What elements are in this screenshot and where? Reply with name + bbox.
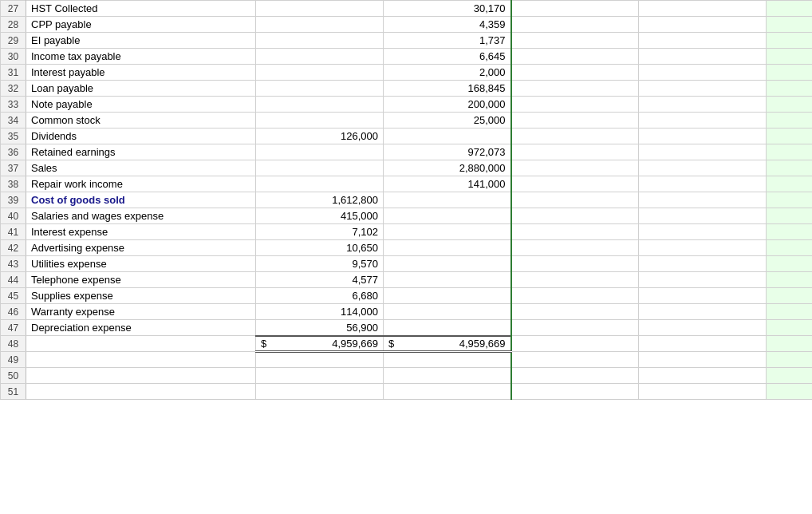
col-d-value — [511, 81, 639, 97]
account-label: Cost of goods sold — [26, 192, 256, 208]
account-label: Loan payable — [26, 81, 256, 97]
col-d-value — [511, 304, 639, 320]
col-e-value — [639, 81, 767, 97]
col-e-value — [639, 208, 767, 224]
credit-value: 168,845 — [384, 81, 511, 97]
debit-value: $4,959,669 — [256, 336, 384, 352]
col-d-value — [511, 192, 639, 208]
col-e-value — [639, 1, 767, 17]
col-f-empty — [767, 208, 813, 224]
col-e-value — [639, 17, 767, 33]
col-d-value — [511, 384, 639, 400]
credit-value: 30,170 — [384, 1, 511, 17]
col-d-value — [511, 33, 639, 49]
col-e-value — [639, 320, 767, 336]
account-label: Retained earnings — [26, 144, 256, 160]
credit-value — [384, 352, 511, 368]
debit-value: 114,000 — [256, 304, 384, 320]
col-f-empty — [767, 384, 813, 400]
col-e-value — [639, 384, 767, 400]
col-d-value — [511, 320, 639, 336]
col-f-empty — [767, 288, 813, 304]
credit-value: 141,000 — [384, 176, 511, 192]
account-label: HST Collected — [26, 1, 256, 17]
row-number: 36 — [1, 144, 26, 160]
credit-value — [384, 384, 511, 400]
credit-value: 972,073 — [384, 144, 511, 160]
account-label: Depreciation expense — [26, 320, 256, 336]
debit-value — [256, 160, 384, 176]
col-f-empty — [767, 272, 813, 288]
col-f-empty — [767, 33, 813, 49]
col-e-value — [639, 49, 767, 65]
account-label: Interest payable — [26, 65, 256, 81]
spreadsheet: 27HST Collected30,17028CPP payable4,3592… — [0, 0, 812, 514]
col-f-empty — [767, 336, 813, 352]
debit-value: 415,000 — [256, 208, 384, 224]
row-number: 48 — [1, 336, 26, 352]
row-number: 44 — [1, 272, 26, 288]
col-e-value — [639, 176, 767, 192]
col-d-value — [511, 1, 639, 17]
credit-value: 1,737 — [384, 33, 511, 49]
debit-value — [256, 384, 384, 400]
credit-value: $4,959,669 — [384, 336, 511, 352]
credit-value — [384, 208, 511, 224]
row-number: 34 — [1, 113, 26, 128]
credit-value — [384, 192, 511, 208]
col-e-value — [639, 304, 767, 320]
row-number: 40 — [1, 208, 26, 224]
credit-value: 6,645 — [384, 49, 511, 65]
row-number: 38 — [1, 176, 26, 192]
col-d-value — [511, 113, 639, 128]
col-f-empty — [767, 97, 813, 113]
col-f-empty — [767, 160, 813, 176]
account-label: EI payable — [26, 33, 256, 49]
col-d-value — [511, 368, 639, 384]
row-number: 28 — [1, 17, 26, 33]
col-f-empty — [767, 320, 813, 336]
col-d-value — [511, 97, 639, 113]
debit-value — [256, 176, 384, 192]
debit-value: 6,680 — [256, 288, 384, 304]
row-number: 33 — [1, 97, 26, 113]
debit-value — [256, 368, 384, 384]
col-f-empty — [767, 256, 813, 272]
debit-value — [256, 97, 384, 113]
col-f-empty — [767, 1, 813, 17]
account-label: Repair work income — [26, 176, 256, 192]
debit-value: 10,650 — [256, 240, 384, 256]
account-label: Telephone expense — [26, 272, 256, 288]
col-d-value — [511, 224, 639, 240]
account-label: Sales — [26, 160, 256, 176]
col-f-empty — [767, 81, 813, 97]
debit-value — [256, 352, 384, 368]
col-e-value — [639, 144, 767, 160]
col-d-value — [511, 208, 639, 224]
col-f-empty — [767, 113, 813, 128]
debit-value: 126,000 — [256, 128, 384, 144]
account-label: Income tax payable — [26, 49, 256, 65]
credit-value — [384, 224, 511, 240]
credit-value — [384, 240, 511, 256]
account-label — [26, 336, 256, 352]
col-e-value — [639, 352, 767, 368]
col-f-empty — [767, 144, 813, 160]
account-label: Note payable — [26, 97, 256, 113]
debit-value — [256, 33, 384, 49]
credit-value — [384, 368, 511, 384]
debit-value: 7,102 — [256, 224, 384, 240]
col-e-value — [639, 65, 767, 81]
col-d-value — [511, 176, 639, 192]
credit-value — [384, 272, 511, 288]
row-number: 31 — [1, 65, 26, 81]
debit-value: 9,570 — [256, 256, 384, 272]
debit-value: 4,577 — [256, 272, 384, 288]
account-label — [26, 368, 256, 384]
col-e-value — [639, 256, 767, 272]
credit-value — [384, 320, 511, 336]
col-d-value — [511, 144, 639, 160]
col-e-value — [639, 240, 767, 256]
col-d-value — [511, 336, 639, 352]
col-d-value — [511, 128, 639, 144]
